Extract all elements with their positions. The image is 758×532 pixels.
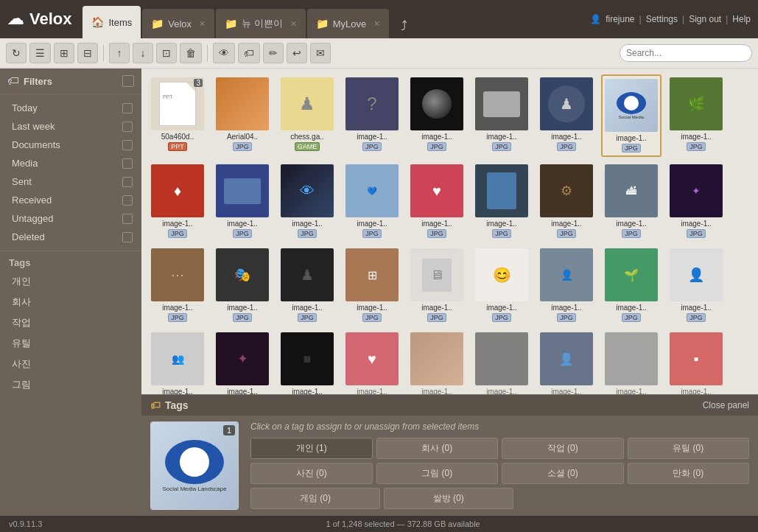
file-item[interactable]: image-1..JPG xyxy=(601,329,662,394)
file-item[interactable]: ✦image-1..JPG xyxy=(666,161,726,241)
signout-link[interactable]: Sign out xyxy=(689,14,721,24)
file-item[interactable]: PPT350a460d..PPT xyxy=(147,74,208,157)
file-item[interactable]: ♥image-1..JPG xyxy=(342,329,402,394)
user-area: 👤 firejune | Settings | Sign out | Help xyxy=(590,14,751,24)
search-input[interactable] xyxy=(620,44,752,62)
sidebar-tag-작업[interactable]: 작업 xyxy=(0,312,141,333)
file-item[interactable]: ?image-1..JPG xyxy=(342,74,402,157)
file-item[interactable]: ♟chess.ga..GAME xyxy=(277,74,337,157)
file-item[interactable]: ■image-1..JPG xyxy=(277,329,337,394)
sidebar-sent-check[interactable] xyxy=(122,177,133,187)
sidebar-tag-유틸[interactable]: 유틸 xyxy=(0,333,141,354)
file-item[interactable]: 👤image-1..JPG xyxy=(536,245,597,325)
sidebar-documents-check[interactable] xyxy=(122,140,133,150)
file-item[interactable]: Social Mediaimage-1..JPG xyxy=(601,74,662,157)
tag-btn-만화[interactable]: 만화 (0) xyxy=(628,463,750,484)
file-item[interactable]: 🏙image-1..JPG xyxy=(601,161,662,241)
tag-btn-작업[interactable]: 작업 (0) xyxy=(502,438,624,459)
file-item[interactable]: 👥image-1..JPG xyxy=(147,329,208,394)
close-panel-button[interactable]: Close panel xyxy=(703,400,749,410)
file-item[interactable]: image-1..JPG xyxy=(471,329,532,394)
delete-button[interactable]: 🗑 xyxy=(180,43,202,63)
file-item[interactable]: image-1..JPG xyxy=(407,74,467,157)
file-item[interactable]: ▪image-1..JPG xyxy=(666,329,726,394)
tab-nu-close[interactable]: ✕ xyxy=(290,19,297,29)
sidebar-received-check[interactable] xyxy=(122,195,133,206)
settings-link[interactable]: Settings xyxy=(646,14,678,24)
file-item[interactable]: 👤image-1..JPG xyxy=(536,329,597,394)
tab-velox-close[interactable]: ✕ xyxy=(199,19,206,29)
tab-velox[interactable]: 📁 Velox ✕ xyxy=(142,9,214,38)
share-button[interactable]: ⤴ xyxy=(396,14,412,38)
sidebar-tag-회사[interactable]: 회사 xyxy=(0,292,141,312)
tag-btn-회사[interactable]: 회사 (0) xyxy=(376,438,499,459)
file-item[interactable]: ♦image-1..JPG xyxy=(147,161,208,241)
sidebar-item-lastweek[interactable]: Last week xyxy=(0,117,141,136)
file-item[interactable]: 😊image-1..JPG xyxy=(471,245,532,325)
preview-button[interactable]: 👁 xyxy=(213,43,235,63)
tag-btn-게임[interactable]: 게임 (0) xyxy=(250,488,380,509)
tab-mylove[interactable]: 📁 MyLove ✕ xyxy=(307,9,390,38)
file-item[interactable]: 🌱image-1..JPG xyxy=(601,245,662,325)
file-item[interactable]: ⚙image-1..JPG xyxy=(536,161,597,241)
sidebar-tag-사진[interactable]: 사진 xyxy=(0,354,141,374)
sidebar-lastweek-label: Last week xyxy=(12,121,55,132)
file-item[interactable]: ⋯image-1..JPG xyxy=(147,245,208,325)
file-item[interactable]: 🖥image-1..JPG xyxy=(407,245,467,325)
sidebar-item-today[interactable]: Today xyxy=(0,99,141,117)
upload-button[interactable]: ↑ xyxy=(109,43,130,63)
file-item[interactable]: 🌿image-1..JPG xyxy=(666,74,726,157)
sidebar-media-check[interactable] xyxy=(122,158,133,169)
sidebar-today-check[interactable] xyxy=(122,103,133,113)
tab-items[interactable]: 🏠 Items xyxy=(83,6,141,38)
file-item[interactable]: image-1..JPG xyxy=(471,74,532,157)
tag-btn-소셜[interactable]: 소셜 (0) xyxy=(502,463,624,484)
mail-button[interactable]: ✉ xyxy=(310,43,331,63)
sidebar-item-documents[interactable]: Documents xyxy=(0,136,141,154)
tag-btn-개인[interactable]: 개인 (1) xyxy=(250,438,373,459)
tags-row-2: 사진 (0) 그림 (0) 소셜 (0) 만화 (0) xyxy=(250,463,749,484)
file-item[interactable]: 👤image-1..JPG xyxy=(666,245,726,325)
tag-button[interactable]: 🏷 xyxy=(238,43,260,63)
file-item[interactable]: 💙image-1..JPG xyxy=(342,161,402,241)
tab-nu-icon: 📁 xyxy=(225,18,237,29)
tag-btn-쌀방[interactable]: 쌀방 (0) xyxy=(384,488,513,509)
tab-mylove-close[interactable]: ✕ xyxy=(373,19,380,29)
help-link[interactable]: Help xyxy=(732,14,751,24)
sidebar-item-untagged[interactable]: Untagged xyxy=(0,209,141,228)
sidebar-item-sent[interactable]: Sent xyxy=(0,172,141,191)
sidebar-tag-개인[interactable]: 개인 xyxy=(0,271,141,292)
sidebar-untagged-check[interactable] xyxy=(122,214,133,224)
small-grid-button[interactable]: ⊟ xyxy=(77,43,98,63)
sidebar-item-deleted[interactable]: Deleted xyxy=(0,228,141,246)
file-item[interactable]: Aerial04..JPG xyxy=(212,74,273,157)
sidebar-item-received[interactable]: Received xyxy=(0,191,141,209)
tab-nu[interactable]: 📁 뉴 이쁜이 ✕ xyxy=(216,9,306,38)
tag-btn-그림[interactable]: 그림 (0) xyxy=(376,463,499,484)
grid-view-button[interactable]: ⊞ xyxy=(54,43,74,63)
file-item[interactable]: ✦image-1..JPG xyxy=(212,329,273,394)
file-type-badge: JPG xyxy=(427,142,446,151)
file-item[interactable]: ♥image-1..JPG xyxy=(407,161,467,241)
download-button[interactable]: ↓ xyxy=(133,43,153,63)
sidebar-deleted-check[interactable] xyxy=(122,232,133,242)
copy-button[interactable]: ⊡ xyxy=(156,43,177,63)
file-item[interactable]: image-1..JPG xyxy=(407,329,467,394)
file-item[interactable]: ♟image-1..JPG xyxy=(277,245,337,325)
file-item[interactable]: 🎭image-1..JPG xyxy=(212,245,273,325)
file-item[interactable]: image-1..JPG xyxy=(212,161,273,241)
file-item[interactable]: ♟image-1..JPG xyxy=(536,74,597,157)
file-item[interactable]: 👁image-1..JPG xyxy=(277,161,337,241)
file-type-badge: JPG xyxy=(362,142,382,151)
refresh-button[interactable]: ↻ xyxy=(6,43,27,63)
sidebar-lastweek-check[interactable] xyxy=(122,122,133,132)
edit-button[interactable]: ✏ xyxy=(263,43,284,63)
tag-btn-유틸[interactable]: 유틸 (0) xyxy=(628,438,750,459)
list-view-button[interactable]: ☰ xyxy=(29,43,51,63)
sidebar-item-media[interactable]: Media xyxy=(0,154,141,172)
file-item[interactable]: ⊞image-1..JPG xyxy=(342,245,402,325)
sidebar-tag-그림[interactable]: 그림 xyxy=(0,374,141,395)
tag-btn-사진[interactable]: 사진 (0) xyxy=(250,463,373,484)
share-action-button[interactable]: ↩ xyxy=(287,43,307,63)
file-item[interactable]: image-1..JPG xyxy=(471,161,532,241)
